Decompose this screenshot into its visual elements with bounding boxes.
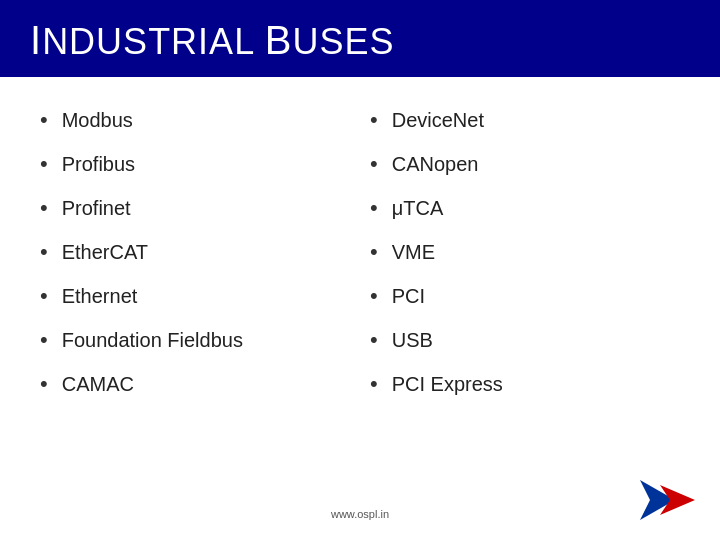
svg-marker-0 (640, 480, 675, 520)
list-item: Foundation Fieldbus (40, 327, 350, 353)
list-item: Profinet (40, 195, 350, 221)
list-item: VME (370, 239, 680, 265)
list-item: PCI (370, 283, 680, 309)
list-item: PCI Express (370, 371, 680, 397)
main-content: ModbusProfibusProfinetEtherCATEthernetFo… (0, 77, 720, 435)
list-item: CAMAC (40, 371, 350, 397)
list-item: EtherCAT (40, 239, 350, 265)
list-item: USB (370, 327, 680, 353)
right-column: DeviceNetCANopenμTCAVMEPCIUSBPCI Express (360, 107, 690, 415)
page-title: INDUSTRIAL BUSES (30, 18, 690, 63)
list-item: DeviceNet (370, 107, 680, 133)
list-item: Ethernet (40, 283, 350, 309)
right-list: DeviceNetCANopenμTCAVMEPCIUSBPCI Express (370, 107, 680, 397)
left-column: ModbusProfibusProfinetEtherCATEthernetFo… (30, 107, 360, 415)
list-item: CANopen (370, 151, 680, 177)
left-list: ModbusProfibusProfinetEtherCATEthernetFo… (40, 107, 350, 397)
list-item: μTCA (370, 195, 680, 221)
page-header: INDUSTRIAL BUSES (0, 0, 720, 77)
footer-url: www.ospl.in (331, 508, 389, 520)
list-item: Modbus (40, 107, 350, 133)
company-logo (630, 470, 700, 530)
list-item: Profibus (40, 151, 350, 177)
